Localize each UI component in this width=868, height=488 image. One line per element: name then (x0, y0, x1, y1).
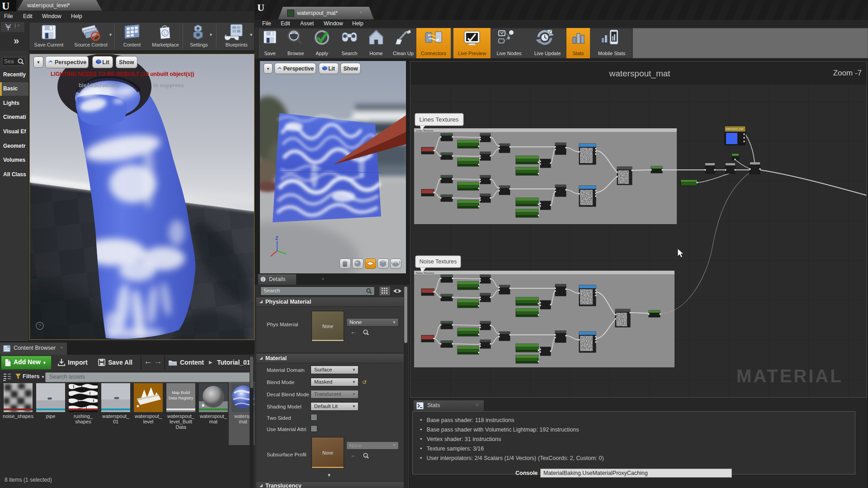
svg-text:Lines Textures: Lines Textures (420, 116, 459, 123)
svg-text:Map Build: Map Build (172, 390, 190, 395)
svg-text:Z: Z (275, 235, 278, 241)
svg-text:i: i (263, 277, 264, 282)
svg-text:U: U (163, 31, 167, 36)
svg-text:Data Registry: Data Registry (169, 396, 193, 400)
svg-text:Noise Textures: Noise Textures (420, 258, 457, 265)
svg-text:Lines Textures: Lines Textures (416, 129, 434, 132)
svg-text:waterspout_mat: waterspout_mat (725, 127, 744, 130)
svg-text:*: * (137, 403, 139, 411)
svg-text:waterspout_mat: waterspout_mat (609, 69, 670, 79)
svg-text:Zoom -7: Zoom -7 (833, 69, 862, 77)
svg-text:Noise Textures: Noise Textures (416, 272, 434, 274)
svg-text:MATERIAL: MATERIAL (736, 366, 843, 386)
svg-text:?: ? (38, 324, 41, 328)
